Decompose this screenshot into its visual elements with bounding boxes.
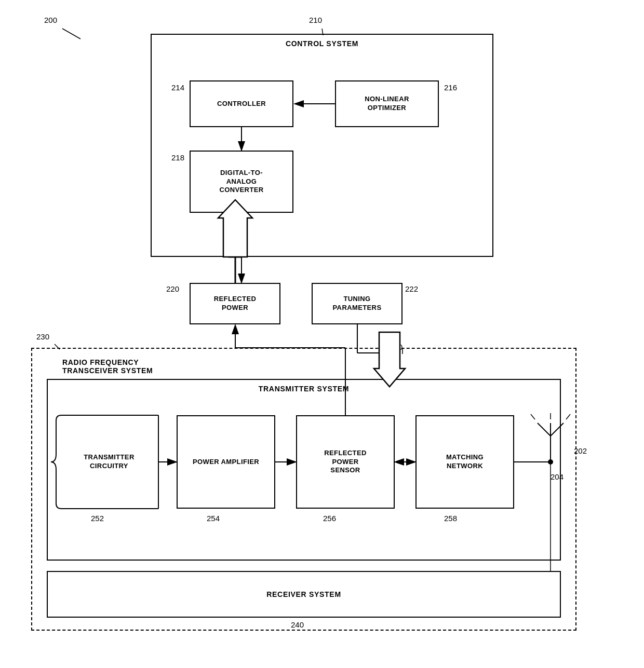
- power-amplifier-label: POWER AMPLIFIER: [193, 458, 259, 467]
- ref-222: 222: [405, 284, 418, 293]
- reflected-power-label: REFLECTED POWER: [214, 295, 257, 312]
- dac-label: DIGITAL-TO- ANALOG CONVERTER: [219, 169, 263, 195]
- reflected-power-box: REFLECTED POWER: [190, 283, 280, 324]
- tuning-parameters-label: TUNING PARAMETERS: [333, 295, 382, 312]
- transmitter-circuitry-box: TRANSMITTER CIRCUITRY: [60, 415, 158, 509]
- control-system-label: CONTROL SYSTEM: [286, 39, 358, 48]
- transmitter-circuitry-label: TRANSMITTER CIRCUITRY: [84, 453, 134, 471]
- reflected-power-sensor-label: REFLECTED POWER SENSOR: [324, 449, 367, 475]
- ref-202: 202: [574, 446, 587, 455]
- reflected-power-sensor-box: REFLECTED POWER SENSOR: [296, 415, 395, 509]
- ref-258: 258: [444, 514, 457, 523]
- ref-240: 240: [291, 620, 304, 629]
- receiver-system-box: RECEIVER SYSTEM: [47, 571, 561, 618]
- controller-label: CONTROLLER: [217, 100, 266, 108]
- transmitter-system-label: TRANSMITTER SYSTEM: [259, 384, 349, 393]
- svg-line-4: [62, 29, 81, 39]
- ref-254: 254: [207, 514, 220, 523]
- receiver-system-label: RECEIVER SYSTEM: [266, 590, 341, 599]
- control-system-box: CONTROL SYSTEM: [151, 34, 493, 257]
- diagram-container: 200 210 CONTROL SYSTEM CONTROLLER NON-LI…: [0, 0, 644, 668]
- ref-220: 220: [166, 284, 179, 293]
- ref-252: 252: [91, 514, 104, 523]
- rf-transceiver-label: RADIO FREQUENCY TRANSCEIVER SYSTEM: [62, 358, 153, 375]
- tuning-parameters-box: TUNING PARAMETERS: [312, 283, 403, 324]
- ref-200: 200: [44, 16, 57, 24]
- ref-216: 216: [444, 83, 457, 92]
- ref-214: 214: [171, 83, 184, 92]
- ref-256: 256: [323, 514, 336, 523]
- ref-210: 210: [309, 16, 322, 24]
- controller-box: CONTROLLER: [190, 80, 293, 127]
- matching-network-label: MATCHING NETWORK: [446, 453, 484, 471]
- ref-230: 230: [36, 332, 49, 341]
- ref-250: 250: [390, 343, 403, 351]
- dac-box: DIGITAL-TO- ANALOG CONVERTER: [190, 151, 293, 213]
- matching-network-box: MATCHING NETWORK: [415, 415, 514, 509]
- non-linear-optimizer-box: NON-LINEAR OPTIMIZER: [335, 80, 439, 127]
- power-amplifier-box: POWER AMPLIFIER: [177, 415, 275, 509]
- non-linear-optimizer-label: NON-LINEAR OPTIMIZER: [365, 95, 409, 113]
- ref-204: 204: [551, 472, 564, 481]
- ref-218: 218: [171, 153, 184, 162]
